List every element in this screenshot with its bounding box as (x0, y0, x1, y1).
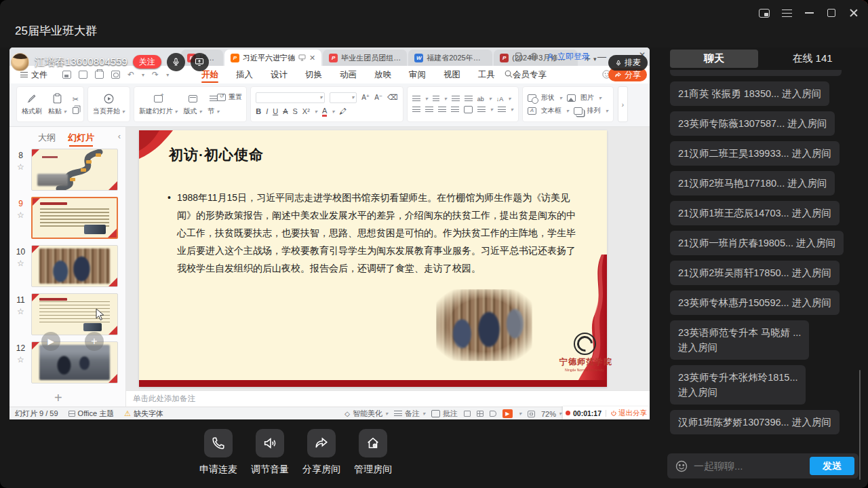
toolbar-caret-icon[interactable]: ▾ (166, 72, 169, 78)
tab-online[interactable]: 在线 141 (774, 50, 850, 68)
align-center-icon[interactable] (425, 107, 433, 113)
scrollbar[interactable] (859, 370, 861, 480)
fit-screen-icon[interactable] (528, 411, 535, 417)
strikethrough-icon[interactable]: A (283, 107, 288, 115)
emoji-icon[interactable] (675, 459, 688, 473)
ribbon-tab[interactable]: 切换 (296, 66, 331, 83)
zoom-level[interactable]: 72%▾ (541, 410, 561, 418)
italic-icon[interactable]: I (266, 107, 268, 115)
slide-thumbnail[interactable]: 8 ☆ (14, 149, 118, 191)
maximize-icon[interactable] (825, 7, 837, 19)
numbered-list-icon[interactable] (433, 96, 439, 102)
bold-icon[interactable]: B (256, 107, 261, 115)
slide-thumb-canvas[interactable] (31, 197, 118, 239)
text-direction-icon[interactable]: ab (477, 96, 484, 102)
paragraph-settings-icon[interactable] (498, 107, 506, 113)
highlight-icon[interactable]: 🖍 (339, 107, 347, 115)
comment-button[interactable]: 批注 (431, 409, 458, 419)
increase-indent-icon[interactable] (465, 96, 473, 102)
font-color-icon[interactable]: A (322, 107, 327, 117)
ribbon-tab[interactable]: 插入 (227, 66, 262, 83)
normal-view-icon[interactable] (464, 411, 471, 417)
superscript-icon[interactable]: X² (302, 107, 310, 115)
star-icon[interactable]: ☆ (17, 210, 24, 220)
tab-slides[interactable]: 幻灯片 (68, 132, 94, 144)
decrease-indent-icon[interactable] (452, 96, 460, 102)
font-family-select[interactable] (256, 92, 325, 103)
font-size-select[interactable] (330, 92, 357, 103)
slide-thumbnail[interactable]: 12 ☆ (14, 341, 118, 383)
exit-share-button[interactable]: 退出分享 (610, 409, 647, 418)
star-icon[interactable]: ☆ (17, 259, 24, 268)
copy-icon[interactable] (73, 107, 79, 114)
mic-button[interactable] (167, 53, 185, 71)
slide-sorter-icon[interactable] (477, 411, 484, 417)
room-toolbar-button[interactable]: 管理房间 (347, 429, 399, 476)
cut-icon[interactable]: ✂ (73, 95, 79, 104)
slide-thumbnail[interactable]: 9 ☆ (14, 197, 118, 239)
slide-thumb-canvas[interactable] (31, 149, 118, 191)
line-spacing-icon[interactable] (477, 107, 486, 113)
star-icon[interactable]: ☆ (17, 162, 24, 172)
reset-button[interactable]: 重置 (217, 92, 242, 102)
theme-indicator[interactable]: Office 主题 (68, 409, 115, 419)
send-button[interactable]: 发送 (810, 457, 854, 475)
wps-minimize-icon[interactable]: — (597, 52, 606, 62)
ribbon-tab[interactable]: 审阅 (400, 66, 435, 83)
slide-thumb-canvas[interactable] (31, 245, 118, 287)
streamer-avatar[interactable] (11, 53, 29, 71)
globe-icon[interactable] (530, 52, 538, 61)
mini-window-icon[interactable] (758, 7, 770, 19)
ribbon-tab[interactable]: 放映 (366, 66, 400, 83)
collapse-panel-icon[interactable]: ‹ (118, 131, 121, 141)
minimize-icon[interactable] (803, 7, 815, 19)
chat-input[interactable] (694, 460, 804, 472)
play-from-current-button[interactable]: 当页开始 ▾ (93, 92, 125, 116)
export-icon[interactable] (79, 71, 87, 79)
tab-close-icon[interactable]: ✕ (309, 54, 315, 62)
device-icon[interactable] (515, 52, 522, 62)
print-icon[interactable] (95, 71, 104, 79)
reading-view-icon[interactable] (490, 411, 496, 417)
align-left-icon[interactable] (412, 107, 420, 113)
doc-tab[interactable]: P 毕业生团员团组织关... ✕ (323, 50, 407, 66)
beautify-button[interactable]: ◇智能美化▾ (344, 409, 388, 419)
current-slide[interactable]: 初访·初心使命 • 1988年11月15日，习近平同志走进学校图书馆亲切看望师生… (139, 130, 607, 387)
overlay-play-icon[interactable]: ▶ (41, 332, 60, 351)
ribbon-tab[interactable]: 动画 (331, 66, 366, 83)
layout-button[interactable]: 版式 ▾ (184, 92, 202, 116)
screen-share-button[interactable] (191, 53, 209, 71)
notes-button[interactable]: 备注▾ (394, 409, 425, 419)
notes-area[interactable]: 单击此处添加备注 (126, 390, 650, 407)
room-toolbar-button[interactable]: 分享房间 (296, 429, 347, 476)
arrange-icon[interactable] (574, 107, 583, 115)
login-button[interactable]: 立即登录 (546, 51, 590, 62)
picture-icon[interactable] (567, 94, 576, 102)
overlay-plus-icon[interactable]: + (85, 332, 104, 351)
paste-button[interactable]: 粘贴 ▾ (48, 92, 66, 116)
line-order-icon[interactable]: ↓A (496, 96, 504, 102)
justify-icon[interactable] (451, 107, 459, 113)
tab-chat[interactable]: 聊天 (670, 50, 758, 68)
undo-icon[interactable]: ↶ (127, 70, 134, 79)
room-toolbar-button[interactable]: 调节音量 (244, 429, 296, 476)
textbox-icon[interactable] (528, 107, 536, 115)
undo-caret-icon[interactable]: ▾ (142, 72, 144, 78)
add-slide-icon[interactable]: + (54, 390, 62, 406)
increase-font-icon[interactable]: A⁺ (361, 94, 370, 101)
missing-font-warning[interactable]: ⚠缺失字体 (124, 409, 163, 419)
ribbon-expander[interactable]: › (618, 86, 628, 122)
follow-button[interactable]: 关注 (133, 55, 161, 69)
underline-icon[interactable]: U (273, 107, 278, 115)
menu-icon[interactable] (781, 7, 793, 19)
star-icon[interactable]: ☆ (17, 355, 24, 364)
tab-outline[interactable]: 大纲 (38, 132, 56, 144)
bullet-list-icon[interactable] (412, 96, 420, 102)
room-toolbar-button[interactable]: 申请连麦 (193, 429, 244, 476)
format-painter-button[interactable]: 格式刷 (22, 92, 42, 116)
shadow-icon[interactable]: S (293, 107, 298, 115)
shapes-icon[interactable] (528, 94, 536, 102)
search-icon[interactable] (504, 69, 513, 79)
redo-icon[interactable]: ↷ (152, 70, 159, 79)
clear-format-icon[interactable]: ⌫ (387, 93, 398, 102)
